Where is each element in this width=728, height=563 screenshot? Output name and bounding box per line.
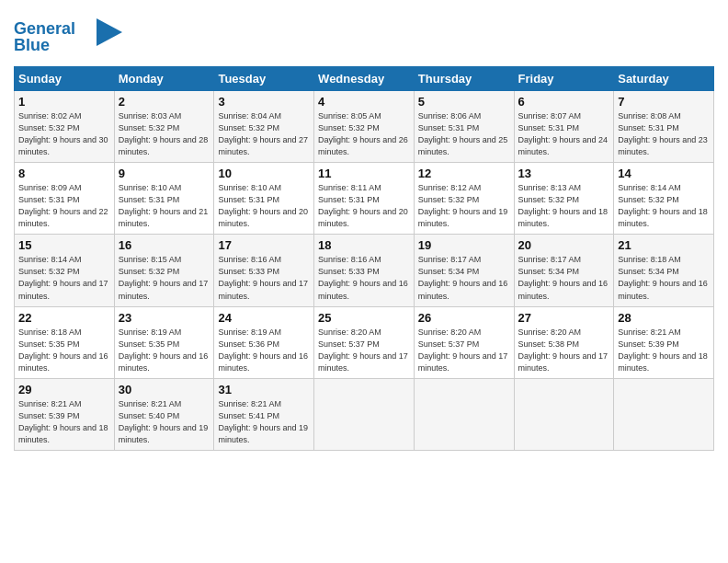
col-header-monday: Monday: [114, 67, 214, 91]
calendar-day-17: 17Sunrise: 8:16 AMSunset: 5:33 PMDayligh…: [214, 235, 314, 306]
header: General Blue: [14, 14, 714, 59]
calendar-day-20: 20Sunrise: 8:17 AMSunset: 5:34 PMDayligh…: [514, 235, 614, 306]
calendar-day-27: 27Sunrise: 8:20 AMSunset: 5:38 PMDayligh…: [514, 306, 614, 378]
calendar-table: SundayMondayTuesdayWednesdayThursdayFrid…: [14, 66, 714, 451]
calendar-empty-cell: [314, 378, 415, 450]
calendar-week-2: 15Sunrise: 8:14 AMSunset: 5:32 PMDayligh…: [15, 235, 714, 306]
calendar-day-18: 18Sunrise: 8:16 AMSunset: 5:33 PMDayligh…: [314, 235, 415, 306]
calendar-day-7: 7Sunrise: 8:08 AMSunset: 5:31 PMDaylight…: [614, 91, 714, 163]
calendar-day-24: 24Sunrise: 8:19 AMSunset: 5:36 PMDayligh…: [214, 306, 314, 378]
calendar-week-0: 1Sunrise: 8:02 AMSunset: 5:32 PMDaylight…: [15, 91, 714, 163]
calendar-day-14: 14Sunrise: 8:14 AMSunset: 5:32 PMDayligh…: [614, 163, 714, 235]
calendar-empty-cell: [414, 378, 514, 450]
calendar-day-25: 25Sunrise: 8:20 AMSunset: 5:37 PMDayligh…: [314, 306, 415, 378]
calendar-day-12: 12Sunrise: 8:12 AMSunset: 5:32 PMDayligh…: [414, 163, 514, 235]
calendar-day-16: 16Sunrise: 8:15 AMSunset: 5:32 PMDayligh…: [114, 235, 214, 306]
calendar-day-31: 31Sunrise: 8:21 AMSunset: 5:41 PMDayligh…: [214, 378, 314, 450]
calendar-day-28: 28Sunrise: 8:21 AMSunset: 5:39 PMDayligh…: [614, 306, 714, 378]
calendar-empty-cell: [514, 378, 614, 450]
calendar-day-1: 1Sunrise: 8:02 AMSunset: 5:32 PMDaylight…: [15, 91, 115, 163]
calendar-day-5: 5Sunrise: 8:06 AMSunset: 5:31 PMDaylight…: [414, 91, 514, 163]
calendar-day-3: 3Sunrise: 8:04 AMSunset: 5:32 PMDaylight…: [214, 91, 314, 163]
calendar-day-23: 23Sunrise: 8:19 AMSunset: 5:35 PMDayligh…: [114, 306, 214, 378]
calendar-day-30: 30Sunrise: 8:21 AMSunset: 5:40 PMDayligh…: [114, 378, 214, 450]
calendar-day-19: 19Sunrise: 8:17 AMSunset: 5:34 PMDayligh…: [414, 235, 514, 306]
calendar-day-6: 6Sunrise: 8:07 AMSunset: 5:31 PMDaylight…: [514, 91, 614, 163]
calendar-day-22: 22Sunrise: 8:18 AMSunset: 5:35 PMDayligh…: [15, 306, 115, 378]
calendar-week-1: 8Sunrise: 8:09 AMSunset: 5:31 PMDaylight…: [15, 163, 714, 235]
logo: General Blue: [14, 14, 124, 59]
svg-text:Blue: Blue: [14, 36, 50, 54]
calendar-day-8: 8Sunrise: 8:09 AMSunset: 5:31 PMDaylight…: [15, 163, 115, 235]
calendar-day-26: 26Sunrise: 8:20 AMSunset: 5:37 PMDayligh…: [414, 306, 514, 378]
calendar-day-10: 10Sunrise: 8:10 AMSunset: 5:31 PMDayligh…: [214, 163, 314, 235]
calendar-week-4: 29Sunrise: 8:21 AMSunset: 5:39 PMDayligh…: [15, 378, 714, 450]
calendar-day-11: 11Sunrise: 8:11 AMSunset: 5:31 PMDayligh…: [314, 163, 415, 235]
logo-svg: General Blue: [14, 14, 124, 55]
col-header-friday: Friday: [514, 67, 614, 91]
calendar-day-2: 2Sunrise: 8:03 AMSunset: 5:32 PMDaylight…: [114, 91, 214, 163]
calendar-body: 1Sunrise: 8:02 AMSunset: 5:32 PMDaylight…: [15, 91, 714, 451]
calendar-day-4: 4Sunrise: 8:05 AMSunset: 5:32 PMDaylight…: [314, 91, 415, 163]
col-header-wednesday: Wednesday: [314, 67, 415, 91]
calendar-day-15: 15Sunrise: 8:14 AMSunset: 5:32 PMDayligh…: [15, 235, 115, 306]
svg-marker-1: [97, 18, 122, 46]
col-header-thursday: Thursday: [414, 67, 514, 91]
main-container: General Blue SundayMondayTuesdayWednesda…: [0, 0, 728, 460]
calendar-empty-cell: [614, 378, 714, 450]
calendar-header-row: SundayMondayTuesdayWednesdayThursdayFrid…: [15, 67, 714, 91]
col-header-saturday: Saturday: [614, 67, 714, 91]
col-header-tuesday: Tuesday: [214, 67, 314, 91]
calendar-day-9: 9Sunrise: 8:10 AMSunset: 5:31 PMDaylight…: [114, 163, 214, 235]
calendar-week-3: 22Sunrise: 8:18 AMSunset: 5:35 PMDayligh…: [15, 306, 714, 378]
col-header-sunday: Sunday: [15, 67, 115, 91]
calendar-day-13: 13Sunrise: 8:13 AMSunset: 5:32 PMDayligh…: [514, 163, 614, 235]
calendar-day-29: 29Sunrise: 8:21 AMSunset: 5:39 PMDayligh…: [15, 378, 115, 450]
svg-text:General: General: [14, 19, 75, 38]
calendar-day-21: 21Sunrise: 8:18 AMSunset: 5:34 PMDayligh…: [614, 235, 714, 306]
